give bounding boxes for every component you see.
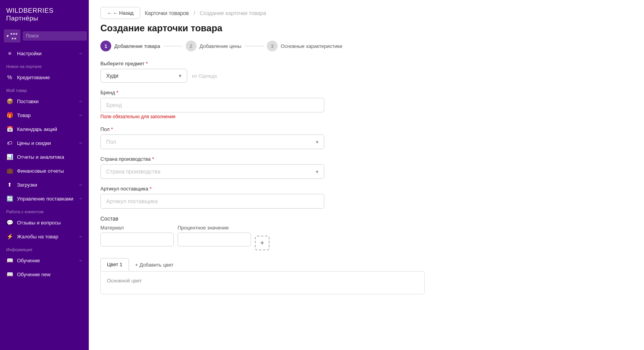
sidebar-item-label: Настройки bbox=[17, 51, 75, 56]
sidebar-item-complaints-label: Жалобы на товар bbox=[17, 234, 75, 240]
subject-chevron-icon: ▾ bbox=[179, 73, 181, 79]
sidebar-item-analytics[interactable]: 📊 Отчеты и аналитика bbox=[0, 150, 89, 164]
subject-row: Худи ▾ из Одежда bbox=[100, 69, 425, 83]
analytics-icon: 📊 bbox=[6, 153, 13, 160]
supply-mgmt-arrow-icon: → bbox=[78, 196, 83, 201]
sidebar-search-input[interactable] bbox=[23, 31, 87, 41]
supplier-article-group: Артикул поставщика * bbox=[100, 186, 425, 209]
sidebar-section-new: Новое на портале bbox=[0, 60, 89, 70]
color-tab-1[interactable]: Цвет 1 bbox=[100, 258, 129, 271]
sidebar-section-info: Информация bbox=[0, 243, 89, 253]
color-section: Цвет 1 + Добавить цвет Основной цвет bbox=[100, 258, 425, 294]
subject-label: Выберите предмет * bbox=[100, 61, 425, 66]
sidebar-item-supply-mgmt-label: Управление поставками bbox=[17, 196, 75, 202]
add-color-button[interactable]: + Добавить цвет bbox=[131, 260, 177, 270]
country-chevron-icon: ▾ bbox=[316, 169, 319, 175]
country-label: Страна производства * bbox=[100, 156, 425, 162]
breadcrumb-current: Создание карточки товара bbox=[200, 10, 266, 16]
gender-placeholder: Пол bbox=[106, 139, 116, 145]
sidebar-dropdown-trigger[interactable]: ▾ ●●● ●● bbox=[4, 29, 20, 42]
brand-required: * bbox=[116, 90, 118, 95]
deliveries-icon: 📦 bbox=[6, 98, 13, 105]
sidebar-item-calendar[interactable]: 📅 Календарь акций bbox=[0, 122, 89, 136]
supplier-article-required: * bbox=[150, 186, 152, 192]
supplier-article-label: Артикул поставщика * bbox=[100, 186, 425, 192]
sidebar-item-financial[interactable]: 💼 Финансовые отчеты bbox=[0, 164, 89, 178]
country-select[interactable]: Страна производства ▾ bbox=[100, 164, 324, 179]
sidebar-store-label: ●●● ●● bbox=[10, 31, 18, 41]
brand-group: Бренд * Поле обязательно для заполнения bbox=[100, 90, 425, 119]
page-title: Создание карточки товара bbox=[89, 23, 644, 41]
sidebar-section-my-goods: Мой товар bbox=[0, 84, 89, 94]
goods-icon: 🎁 bbox=[6, 112, 13, 119]
sidebar-item-learning[interactable]: 📖 Обучение → bbox=[0, 253, 89, 267]
complaints-icon: ⚡ bbox=[6, 233, 13, 240]
percent-col-label: Процентное значение bbox=[178, 225, 251, 231]
step-2-circle: 2 bbox=[186, 41, 197, 51]
supplier-article-input[interactable] bbox=[100, 194, 324, 209]
sidebar-logo: WILDBERRIES Партнёры bbox=[0, 0, 89, 28]
goods-arrow-icon: → bbox=[78, 113, 83, 117]
add-composition-button[interactable]: + bbox=[255, 236, 269, 250]
add-composition-icon: + bbox=[260, 239, 264, 247]
calendar-icon: 📅 bbox=[6, 126, 13, 133]
sidebar-item-supply-mgmt[interactable]: 🔄 Управление поставками → bbox=[0, 192, 89, 206]
sidebar-item-prices[interactable]: 🏷 Цены и скидки → bbox=[0, 136, 89, 150]
sidebar-item-analytics-label: Отчеты и аналитика bbox=[17, 154, 83, 160]
credit-icon: % bbox=[6, 74, 13, 81]
gender-select[interactable]: Пол ▾ bbox=[100, 134, 324, 149]
subject-required: * bbox=[146, 61, 148, 66]
brand-error: Поле обязательно для заполнения bbox=[100, 114, 425, 119]
sidebar-item-complaints[interactable]: ⚡ Жалобы на товар → bbox=[0, 229, 89, 243]
stepper: 1 Добавление товара 2 Добавление цены 3 … bbox=[89, 41, 644, 61]
back-button[interactable]: ← ← Назад bbox=[100, 7, 140, 19]
material-input[interactable] bbox=[100, 233, 174, 246]
step-1-circle: 1 bbox=[100, 41, 111, 51]
sidebar-item-learning-new[interactable]: 📖 Обучение new bbox=[0, 267, 89, 281]
sidebar-item-goods-label: Товар bbox=[17, 112, 75, 118]
color-panel: Основной цвет bbox=[100, 271, 425, 294]
brand-input[interactable] bbox=[100, 98, 324, 112]
settings-icon: ≡ bbox=[6, 50, 13, 57]
step-connector-2 bbox=[244, 46, 264, 46]
complaints-arrow-icon: → bbox=[78, 234, 83, 239]
step-3-label: Основные характеристики bbox=[281, 43, 342, 49]
sidebar-item-reviews[interactable]: 💬 Отзывы и вопросы bbox=[0, 216, 89, 229]
sidebar-item-deliveries[interactable]: 📦 Поставки → bbox=[0, 94, 89, 108]
sidebar-item-credit-label: Кредитование bbox=[17, 75, 83, 80]
subject-value: Худи bbox=[106, 73, 119, 79]
sidebar: WILDBERRIES Партнёры ▾ ●●● ●● 🔔 ≡ Настро… bbox=[0, 0, 89, 350]
main-content: ← ← Назад Карточки товаров / Создание ка… bbox=[89, 0, 644, 350]
subject-hint: из Одежда bbox=[192, 73, 217, 79]
breadcrumb-cards-link[interactable]: Карточки товаров bbox=[145, 10, 189, 16]
color-tabs: Цвет 1 + Добавить цвет bbox=[100, 258, 425, 271]
step-3-circle: 3 bbox=[267, 41, 278, 51]
sidebar-item-goods[interactable]: 🎁 Товар → bbox=[0, 108, 89, 122]
subject-select[interactable]: Худи ▾ bbox=[100, 69, 187, 83]
sidebar-item-uploads-label: Загрузки bbox=[17, 182, 75, 188]
deliveries-arrow-icon: → bbox=[78, 99, 83, 104]
gender-label: Пол * bbox=[100, 126, 425, 132]
form-area: Выберите предмет * Худи ▾ из Одежда Брен… bbox=[89, 61, 436, 306]
sidebar-logo-sub: Партнёры bbox=[6, 15, 38, 22]
supply-mgmt-icon: 🔄 bbox=[6, 195, 13, 202]
sidebar-item-credit[interactable]: % Кредитование bbox=[0, 70, 89, 84]
step-1: 1 Добавление товара bbox=[100, 41, 160, 51]
composition-row: Материал Процентное значение + bbox=[100, 225, 425, 250]
top-bar: ← ← Назад Карточки товаров / Создание ка… bbox=[89, 0, 644, 23]
breadcrumb-separator: / bbox=[193, 10, 195, 16]
gender-required: * bbox=[111, 126, 113, 132]
financial-icon: 💼 bbox=[6, 167, 13, 174]
step-2-label: Добавление цены bbox=[200, 43, 241, 49]
gender-chevron-icon: ▾ bbox=[316, 139, 319, 145]
learning-new-icon: 📖 bbox=[6, 271, 13, 278]
sidebar-item-settings[interactable]: ≡ Настройки → bbox=[0, 46, 89, 60]
sidebar-item-financial-label: Финансовые отчеты bbox=[17, 168, 83, 174]
sidebar-item-calendar-label: Календарь акций bbox=[17, 126, 83, 132]
percent-input[interactable] bbox=[178, 233, 251, 246]
country-group: Страна производства * Страна производств… bbox=[100, 156, 425, 179]
sidebar-item-uploads[interactable]: ⬆ Загрузки → bbox=[0, 178, 89, 192]
uploads-icon: ⬆ bbox=[6, 181, 13, 188]
material-col-label: Материал bbox=[100, 225, 174, 231]
sidebar-item-learning-new-label: Обучение new bbox=[17, 272, 83, 277]
